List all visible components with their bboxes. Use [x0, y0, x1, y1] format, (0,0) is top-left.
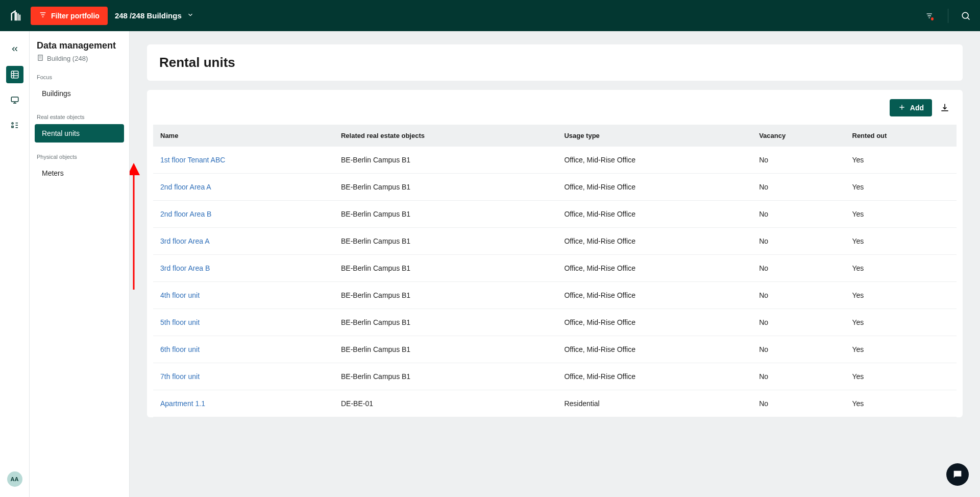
cell-related: BE-Berlin Campus B1: [334, 336, 557, 363]
cell-rented: Yes: [845, 309, 957, 336]
filter-portfolio-button[interactable]: Filter portfolio: [31, 7, 108, 25]
brand-logo[interactable]: [9, 9, 23, 23]
rental-unit-link[interactable]: 5th floor unit: [160, 318, 200, 326]
svg-rect-5: [38, 55, 42, 61]
column-header[interactable]: Name: [153, 125, 334, 147]
building-count-label: 248 /248 Buildings: [115, 11, 182, 20]
table-row: 4th floor unitBE-Berlin Campus B1Office,…: [153, 282, 957, 309]
rental-unit-link[interactable]: 2nd floor Area A: [160, 183, 211, 191]
nav-settings-icon[interactable]: [6, 117, 23, 134]
cell-usage: Office, Mid-Rise Office: [557, 282, 752, 309]
cell-rented: Yes: [845, 147, 957, 174]
cell-related: BE-Berlin Campus B1: [334, 309, 557, 336]
table-row: 1st floor Tenant ABCBE-Berlin Campus B1O…: [153, 147, 957, 174]
filter-alert-icon[interactable]: [925, 11, 936, 21]
avatar[interactable]: AA: [7, 471, 22, 487]
nav-data-table-icon[interactable]: [6, 66, 23, 83]
plus-icon: [898, 103, 906, 113]
table-card: Add NameRelated real estate objectsUsage…: [147, 90, 963, 417]
cell-related: BE-Berlin Campus B1: [334, 228, 557, 255]
cell-rented: Yes: [845, 228, 957, 255]
sidebar-item-label: Buildings: [42, 89, 71, 98]
rental-unit-link[interactable]: 2nd floor Area B: [160, 210, 211, 218]
cell-usage: Office, Mid-Rise Office: [557, 363, 752, 390]
cell-name: 3rd floor Area A: [153, 228, 334, 255]
topbar-right: [925, 9, 971, 23]
sidebar-item-meters[interactable]: Meters: [35, 164, 124, 182]
search-icon[interactable]: [961, 11, 971, 21]
column-header[interactable]: Vacancy: [752, 125, 845, 147]
nav-monitor-icon[interactable]: [6, 91, 23, 109]
rental-unit-link[interactable]: 1st floor Tenant ABC: [160, 156, 225, 164]
rental-unit-link[interactable]: 3rd floor Area A: [160, 237, 210, 245]
rental-unit-link[interactable]: 7th floor unit: [160, 372, 200, 381]
svg-rect-4: [12, 126, 13, 128]
rental-unit-link[interactable]: 3rd floor Area B: [160, 264, 210, 272]
table-row: 3rd floor Area ABE-Berlin Campus B1Offic…: [153, 228, 957, 255]
collapse-sidebar-button[interactable]: [6, 40, 23, 58]
nav-rail: AA: [0, 31, 30, 497]
cell-vacancy: No: [752, 147, 845, 174]
cell-related: BE-Berlin Campus B1: [334, 174, 557, 201]
table-row: Apartment 1.1DE-BE-01ResidentialNoYes: [153, 390, 957, 417]
building-count-dropdown[interactable]: 248 /248 Buildings: [115, 11, 194, 20]
cell-vacancy: No: [752, 363, 845, 390]
cell-related: BE-Berlin Campus B1: [334, 201, 557, 228]
sidebar-item-rental-units[interactable]: Rental units: [35, 124, 124, 143]
sidebar-subtitle-text: Building (248): [47, 55, 88, 62]
avatar-initials: AA: [11, 476, 19, 482]
sidebar-group-title: Focus: [35, 74, 124, 80]
sidebar-item-buildings[interactable]: Buildings: [35, 84, 124, 103]
filter-portfolio-label: Filter portfolio: [51, 12, 100, 20]
add-button[interactable]: Add: [890, 99, 932, 116]
cell-rented: Yes: [845, 255, 957, 282]
cell-vacancy: No: [752, 282, 845, 309]
table-row: 7th floor unitBE-Berlin Campus B1Office,…: [153, 363, 957, 390]
cell-vacancy: No: [752, 201, 845, 228]
topbar: Filter portfolio 248 /248 Buildings: [0, 0, 980, 31]
cell-usage: Office, Mid-Rise Office: [557, 255, 752, 282]
page-header: Rental units: [147, 44, 963, 81]
cell-name: 6th floor unit: [153, 336, 334, 363]
column-header[interactable]: Related real estate objects: [334, 125, 557, 147]
rental-unit-link[interactable]: 6th floor unit: [160, 345, 200, 353]
cell-related: BE-Berlin Campus B1: [334, 255, 557, 282]
column-header[interactable]: Rented out: [845, 125, 957, 147]
cell-name: 3rd floor Area B: [153, 255, 334, 282]
cell-vacancy: No: [752, 390, 845, 417]
svg-rect-1: [11, 71, 18, 78]
cell-rented: Yes: [845, 390, 957, 417]
sidebar-group-title: Physical objects: [35, 154, 124, 160]
cell-usage: Office, Mid-Rise Office: [557, 336, 752, 363]
sidebar-title: Data management: [35, 40, 124, 51]
add-button-label: Add: [910, 104, 924, 112]
svg-point-0: [962, 12, 968, 18]
cell-name: 5th floor unit: [153, 309, 334, 336]
export-button[interactable]: [939, 102, 950, 113]
cell-rented: Yes: [845, 282, 957, 309]
table-row: 3rd floor Area BBE-Berlin Campus B1Offic…: [153, 255, 957, 282]
cell-usage: Residential: [557, 390, 752, 417]
cell-vacancy: No: [752, 309, 845, 336]
column-header[interactable]: Usage type: [557, 125, 752, 147]
cell-rented: Yes: [845, 336, 957, 363]
cell-name: Apartment 1.1: [153, 390, 334, 417]
cell-rented: Yes: [845, 363, 957, 390]
cell-related: DE-BE-01: [334, 390, 557, 417]
cell-name: 1st floor Tenant ABC: [153, 147, 334, 174]
cell-usage: Office, Mid-Rise Office: [557, 228, 752, 255]
cell-usage: Office, Mid-Rise Office: [557, 147, 752, 174]
sidebar-item-label: Meters: [42, 169, 64, 177]
rental-unit-link[interactable]: 4th floor unit: [160, 291, 200, 299]
cell-name: 2nd floor Area B: [153, 201, 334, 228]
cell-usage: Office, Mid-Rise Office: [557, 201, 752, 228]
chat-fab[interactable]: [946, 463, 969, 486]
cell-vacancy: No: [752, 174, 845, 201]
table-row: 5th floor unitBE-Berlin Campus B1Office,…: [153, 309, 957, 336]
filter-icon: [39, 11, 47, 20]
cell-rented: Yes: [845, 174, 957, 201]
rental-unit-link[interactable]: Apartment 1.1: [160, 399, 205, 408]
sidebar-group-title: Real estate objects: [35, 114, 124, 120]
chevron-down-icon: [187, 11, 194, 20]
topbar-divider: [948, 9, 948, 23]
